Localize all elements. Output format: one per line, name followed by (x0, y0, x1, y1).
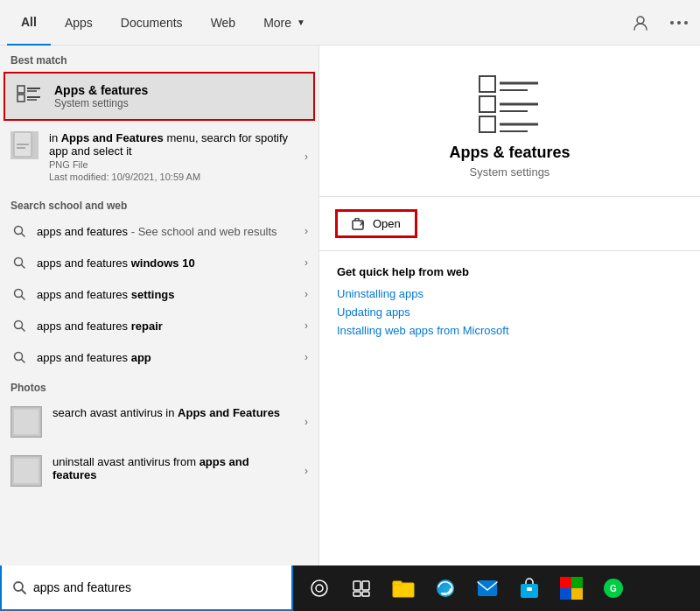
web-result-text-1: apps and features windows 10 (37, 256, 296, 270)
svg-rect-46 (393, 581, 402, 585)
tab-web[interactable]: Web (197, 0, 250, 46)
chevron-right-icon: › (304, 256, 308, 269)
svg-rect-11 (17, 144, 29, 145)
web-result-4[interactable]: apps and features app › (0, 341, 318, 373)
help-link-1[interactable]: Updating apps (337, 306, 682, 319)
web-result-text-2: apps and features settings (37, 288, 296, 301)
svg-rect-52 (571, 577, 583, 588)
web-result-text-4: apps and features app (37, 351, 296, 364)
svg-rect-50 (527, 587, 532, 591)
taskbar-green-icon[interactable]: G (594, 569, 633, 607)
file-result-text: in Apps and Features menu, search for sp… (49, 131, 294, 182)
help-link-2[interactable]: Installing web apps from Microsoft (337, 324, 682, 337)
main-container: Best match Apps & features System settin… (0, 46, 700, 565)
best-match-subtitle: System settings (54, 97, 148, 109)
best-match-text: Apps & features System settings (54, 83, 148, 109)
svg-rect-12 (17, 147, 25, 149)
tab-documents[interactable]: Documents (107, 0, 197, 46)
svg-rect-44 (362, 592, 369, 596)
chevron-right-icon: › (304, 151, 308, 163)
taskbar-explorer-icon[interactable] (384, 569, 423, 607)
svg-point-1 (670, 21, 674, 25)
apps-features-icon (16, 82, 44, 110)
svg-rect-51 (560, 577, 571, 588)
photo-result-text-1: uninstall avast antivirus from apps and … (52, 455, 294, 481)
photo-result-0[interactable]: search avast antivirus in Apps and Featu… (0, 397, 318, 446)
web-result-text-0: apps and features - See school and web r… (37, 225, 296, 238)
top-nav: All Apps Documents Web More ▼ (0, 0, 700, 46)
search-icon (10, 222, 28, 240)
search-input[interactable] (33, 580, 281, 594)
svg-rect-4 (18, 86, 24, 93)
web-result-text-3: apps and features repair (37, 320, 296, 333)
svg-text:G: G (610, 584, 617, 593)
file-icon (10, 131, 38, 159)
search-icon (10, 285, 28, 303)
web-result-3[interactable]: apps and features repair › (0, 310, 318, 341)
open-button[interactable]: Open (337, 211, 416, 236)
taskbar-icons: G (293, 569, 640, 607)
svg-line-18 (22, 297, 25, 300)
search-school-label: Search school and web (0, 191, 318, 215)
help-section: Get quick help from web Uninstalling app… (319, 251, 700, 356)
svg-rect-41 (354, 581, 360, 590)
file-result-title: in Apps and Features menu, search for sp… (49, 131, 294, 158)
svg-point-39 (312, 580, 327, 596)
taskbar-taskview-icon[interactable] (342, 569, 381, 607)
taskbar-store-icon[interactable] (510, 569, 549, 607)
tab-apps[interactable]: Apps (51, 0, 107, 46)
nav-actions (626, 9, 693, 37)
best-match-item[interactable]: Apps & features System settings (4, 72, 315, 121)
svg-rect-26 (14, 459, 38, 483)
taskbar-mail-icon[interactable] (468, 569, 507, 607)
left-panel: Best match Apps & features System settin… (0, 46, 319, 565)
svg-line-14 (22, 234, 25, 237)
svg-line-22 (22, 360, 25, 363)
taskbar-search-icon (12, 580, 26, 594)
svg-line-16 (22, 265, 25, 269)
chevron-right-icon: › (304, 351, 308, 363)
svg-line-38 (22, 590, 25, 593)
photo-result-text-0: search avast antivirus in Apps and Featu… (52, 406, 294, 419)
file-result-item[interactable]: in Apps and Features menu, search for sp… (0, 123, 318, 191)
search-icon (10, 348, 28, 366)
svg-point-2 (677, 21, 681, 25)
open-button-area: Open (319, 197, 700, 251)
search-icon (10, 254, 28, 271)
svg-rect-28 (480, 96, 495, 112)
photos-label: Photos (0, 373, 318, 397)
photo-result-1[interactable]: uninstall avast antivirus from apps and … (0, 446, 318, 495)
svg-line-20 (22, 328, 25, 332)
svg-rect-29 (480, 116, 495, 132)
web-result-2[interactable]: apps and features settings › (0, 278, 318, 310)
chevron-right-icon: › (304, 225, 308, 237)
taskbar: G (0, 565, 700, 611)
help-title: Get quick help from web (337, 265, 682, 278)
best-match-title: Apps & features (54, 83, 148, 97)
taskbar-start-icon[interactable] (300, 569, 339, 607)
web-result-0[interactable]: apps and features - See school and web r… (0, 215, 318, 247)
svg-rect-5 (18, 95, 24, 102)
svg-rect-42 (362, 581, 369, 590)
right-header: Apps & features System settings (319, 46, 700, 197)
svg-rect-24 (14, 410, 38, 434)
svg-rect-27 (480, 76, 495, 92)
svg-rect-43 (354, 592, 360, 596)
taskbar-edge-icon[interactable] (426, 569, 465, 607)
tab-more[interactable]: More ▼ (249, 0, 319, 46)
best-match-label: Best match (0, 46, 318, 70)
ellipsis-icon[interactable] (665, 9, 693, 37)
svg-rect-48 (478, 580, 497, 596)
tab-all[interactable]: All (7, 0, 51, 46)
chevron-right-icon: › (304, 288, 308, 300)
svg-point-0 (637, 17, 644, 24)
file-result-type: PNG File (49, 159, 294, 170)
chevron-down-icon: ▼ (297, 18, 305, 27)
search-icon (10, 317, 28, 334)
web-result-1[interactable]: apps and features windows 10 › (0, 247, 318, 278)
person-icon[interactable] (626, 9, 654, 37)
taskbar-xbox-icon[interactable] (552, 569, 591, 607)
right-apps-icon (475, 72, 545, 133)
help-link-0[interactable]: Uninstalling apps (337, 287, 682, 300)
svg-rect-54 (571, 588, 583, 600)
